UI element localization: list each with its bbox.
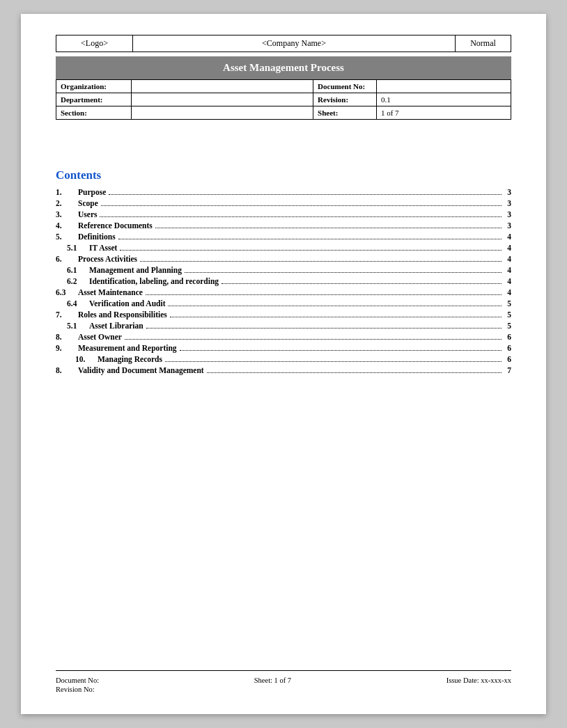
toc-item: 5.1Asset Librarian5	[56, 322, 511, 331]
toc-item: 6.Process Activities4	[56, 255, 511, 264]
toc-text: Purpose	[78, 188, 106, 196]
sheet-value: 1 of 7	[376, 106, 511, 120]
toc-page: 6	[504, 355, 511, 363]
toc-dots	[101, 205, 502, 206]
toc-text: Scope	[78, 199, 98, 207]
document-title: Asset Management Process	[56, 56, 511, 79]
toc-number: 7.	[56, 310, 78, 319]
toc-dots	[146, 294, 502, 295]
toc-dots	[120, 250, 502, 251]
toc-number: 6.4	[56, 299, 89, 308]
footer-right: Issue Date: xx-xxx-xx	[446, 676, 511, 693]
toc-dots	[180, 350, 502, 351]
toc-dots	[170, 317, 502, 317]
section-value	[131, 106, 313, 120]
toc-dots	[165, 361, 502, 362]
toc-page: 4	[504, 255, 511, 263]
toc-text: Asset Librarian	[89, 322, 143, 330]
docno-value	[376, 80, 511, 93]
toc-item: 7.Roles and Responsibilities5	[56, 310, 511, 319]
toc-number: 6.3	[56, 288, 78, 296]
toc-page: 4	[504, 232, 511, 241]
toc-dots	[140, 261, 502, 262]
toc-text: Measurement and Reporting	[78, 344, 177, 352]
toc-text: Definitions	[78, 232, 116, 241]
footer: Document No: Revision No: Sheet: 1 of 7 …	[56, 670, 511, 693]
toc-dots	[185, 272, 502, 273]
toc-number: 1.	[56, 188, 78, 196]
toc-number: 5.	[56, 232, 78, 241]
toc-dots	[155, 228, 502, 228]
toc-item: 9.Measurement and Reporting6	[56, 344, 511, 353]
toc-text: Identification, labeling, and recording	[89, 277, 219, 285]
toc-item: 1.Purpose3	[56, 188, 511, 197]
toc-item: 8.Asset Owner6	[56, 333, 511, 342]
footer-issue-date: Issue Date: xx-xxx-xx	[446, 676, 511, 684]
toc-dots	[146, 328, 502, 329]
toc-number: 6.	[56, 255, 78, 263]
table-of-contents: 1.Purpose32.Scope33.Users34.Reference Do…	[56, 188, 511, 377]
rev-label: Revision:	[313, 93, 377, 106]
toc-number: 4.	[56, 221, 78, 230]
section-label: Section:	[56, 106, 132, 120]
toc-text: Verification and Audit	[89, 299, 165, 308]
toc-text: Reference Documents	[78, 221, 153, 230]
normal-cell: Normal	[456, 35, 511, 52]
footer-revno: Revision No:	[56, 686, 99, 693]
toc-text: Managing Records	[98, 355, 162, 363]
dept-label: Department:	[56, 93, 132, 106]
sheet-label: Sheet:	[313, 106, 377, 120]
toc-number: 6.1	[56, 266, 89, 274]
toc-number: 10.	[56, 355, 98, 363]
toc-item: 4.Reference Documents3	[56, 221, 511, 230]
toc-page: 4	[504, 266, 511, 274]
toc-page: 6	[504, 344, 511, 352]
org-label: Organization:	[56, 80, 132, 93]
toc-text: Roles and Responsibilities	[78, 310, 167, 319]
toc-text: Management and Planning	[89, 266, 182, 274]
toc-text: Process Activities	[78, 255, 137, 263]
toc-dots	[222, 283, 502, 284]
toc-number: 8.	[56, 366, 78, 374]
toc-text: Validity and Document Management	[78, 366, 204, 374]
org-value	[131, 80, 313, 93]
toc-text: Asset Maintenance	[78, 288, 143, 296]
logo-text: <Logo>	[81, 38, 108, 48]
toc-text: IT Asset	[89, 244, 117, 252]
toc-text: Asset Owner	[78, 333, 122, 341]
footer-docno: Document No:	[56, 676, 99, 684]
toc-page: 3	[504, 199, 511, 207]
toc-page: 4	[504, 244, 511, 252]
toc-page: 5	[504, 299, 511, 308]
toc-page: 3	[504, 221, 511, 230]
toc-page: 5	[504, 322, 511, 330]
toc-page: 4	[504, 288, 511, 296]
toc-page: 5	[504, 310, 511, 319]
docno-label: Document No:	[313, 80, 377, 93]
toc-item: 6.4Verification and Audit5	[56, 299, 511, 308]
header-table: <Logo> <Company Name> Normal	[56, 35, 511, 52]
rev-value: 0.1	[376, 93, 511, 106]
toc-item: 5.Definitions4	[56, 232, 511, 242]
contents-heading: Contents	[56, 168, 511, 182]
toc-number: 5.1	[56, 244, 89, 252]
dept-value	[131, 93, 313, 106]
toc-page: 4	[504, 277, 511, 285]
toc-page: 6	[504, 333, 511, 341]
toc-number: 6.2	[56, 277, 89, 285]
toc-item: 2.Scope3	[56, 199, 511, 208]
company-cell: <Company Name>	[133, 35, 456, 52]
toc-page: 3	[504, 210, 511, 219]
toc-page: 7	[504, 366, 511, 374]
toc-dots	[207, 372, 502, 373]
toc-dots	[125, 339, 502, 340]
toc-item: 6.3Asset Maintenance4	[56, 288, 511, 297]
footer-sheet: Sheet: 1 of 7	[254, 676, 291, 684]
toc-text: Users	[78, 210, 97, 219]
toc-number: 5.1	[56, 322, 89, 330]
footer-left: Document No: Revision No:	[56, 676, 99, 693]
logo-cell: <Logo>	[56, 35, 133, 52]
toc-item: 8.Validity and Document Management7	[56, 366, 511, 375]
company-text: <Company Name>	[262, 38, 326, 48]
toc-item: 3.Users3	[56, 210, 511, 219]
